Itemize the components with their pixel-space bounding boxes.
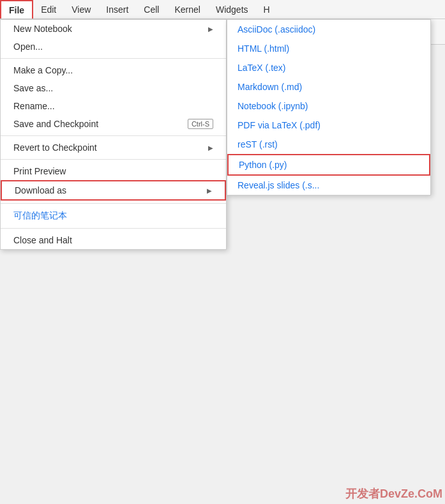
menubar: File Edit View Insert Cell Kernel Widget…	[0, 0, 445, 19]
open-label: Open...	[13, 42, 43, 52]
close-halt-label: Close and Halt	[13, 235, 72, 245]
new-notebook-label: New Notebook	[13, 24, 72, 34]
rename-label: Rename...	[13, 101, 55, 111]
menu-item-make-copy[interactable]: Make a Copy...	[1, 61, 226, 79]
submenu-html[interactable]: HTML (.html)	[227, 39, 430, 58]
markdown-label: Markdown (.md)	[238, 82, 302, 92]
submenu-reveal[interactable]: Reveal.js slides (.s...	[227, 176, 430, 195]
file-menu: New Notebook ▶ Open... Make a Copy... Sa…	[0, 19, 227, 250]
divider-1	[1, 58, 226, 59]
menu-view[interactable]: View	[64, 0, 98, 19]
menu-item-close-halt[interactable]: Close and Halt	[1, 231, 226, 249]
menu-item-save-checkpoint[interactable]: Save and Checkpoint Ctrl-S	[1, 115, 226, 133]
download-as-label: Download as	[15, 185, 66, 195]
reveal-label: Reveal.js slides (.s...	[238, 180, 319, 190]
menu-kernel-label: Kernel	[174, 4, 200, 15]
divider-3	[1, 159, 226, 160]
menu-widgets-label: Widgets	[216, 4, 248, 15]
download-submenu: AsciiDoc (.asciidoc) HTML (.html) LaTeX …	[227, 19, 431, 195]
revert-arrow-icon: ▶	[208, 144, 213, 151]
menu-widgets[interactable]: Widgets	[208, 0, 256, 19]
submenu-python[interactable]: Python (.py)	[227, 154, 430, 176]
arrow-right-icon: ▶	[208, 26, 213, 33]
menu-item-print-preview[interactable]: Print Preview	[1, 162, 226, 180]
menu-file[interactable]: File	[0, 0, 33, 19]
menu-item-revert-checkpoint[interactable]: Revert to Checkpoint ▶	[1, 139, 226, 157]
download-arrow-icon: ▶	[207, 187, 212, 194]
divider-2	[1, 135, 226, 136]
menu-cell-label: Cell	[144, 4, 159, 15]
submenu-asciidoc[interactable]: AsciiDoc (.asciidoc)	[227, 20, 430, 39]
menu-cell[interactable]: Cell	[136, 0, 167, 19]
menu-insert-label: Insert	[106, 4, 128, 15]
print-preview-label: Print Preview	[13, 166, 66, 176]
menu-kernel[interactable]: Kernel	[167, 0, 207, 19]
submenu-rest[interactable]: reST (.rst)	[227, 135, 430, 154]
menu-item-save-as[interactable]: Save as...	[1, 79, 226, 97]
menu-help-label: H	[264, 4, 270, 15]
menu-view-label: View	[72, 4, 91, 15]
submenu-markdown[interactable]: Markdown (.md)	[227, 77, 430, 96]
submenu-pdf-latex[interactable]: PDF via LaTeX (.pdf)	[227, 116, 430, 135]
submenu-notebook[interactable]: Notebook (.ipynb)	[227, 96, 430, 116]
latex-label: LaTeX (.tex)	[238, 63, 285, 73]
divider-4	[1, 203, 226, 204]
make-copy-label: Make a Copy...	[13, 65, 73, 75]
menu-item-trusted-notebook[interactable]: 可信的笔记本	[1, 206, 226, 225]
menu-item-open[interactable]: Open...	[1, 38, 226, 56]
menu-insert[interactable]: Insert	[98, 0, 136, 19]
menu-edit[interactable]: Edit	[33, 0, 64, 19]
revert-checkpoint-label: Revert to Checkpoint	[13, 142, 97, 153]
pdf-latex-label: PDF via LaTeX (.pdf)	[238, 120, 321, 130]
html-label: HTML (.html)	[238, 43, 289, 54]
save-checkpoint-shortcut: Ctrl-S	[188, 119, 213, 129]
menu-edit-label: Edit	[41, 4, 56, 15]
asciidoc-label: AsciiDoc (.asciidoc)	[238, 24, 315, 34]
python-label: Python (.py)	[239, 160, 287, 170]
menu-item-new-notebook[interactable]: New Notebook ▶	[1, 20, 226, 38]
notebook-label: Notebook (.ipynb)	[238, 101, 308, 111]
save-as-label: Save as...	[13, 83, 53, 93]
save-checkpoint-label: Save and Checkpoint	[13, 119, 98, 129]
divider-5	[1, 228, 226, 229]
menu-file-label: File	[9, 5, 24, 15]
trusted-notebook-label: 可信的笔记本	[13, 210, 67, 222]
menu-help[interactable]: H	[256, 0, 278, 19]
menu-item-rename[interactable]: Rename...	[1, 97, 226, 115]
menu-item-download-as[interactable]: Download as ▶	[1, 180, 226, 201]
rest-label: reST (.rst)	[238, 139, 278, 149]
submenu-latex[interactable]: LaTeX (.tex)	[227, 58, 430, 77]
